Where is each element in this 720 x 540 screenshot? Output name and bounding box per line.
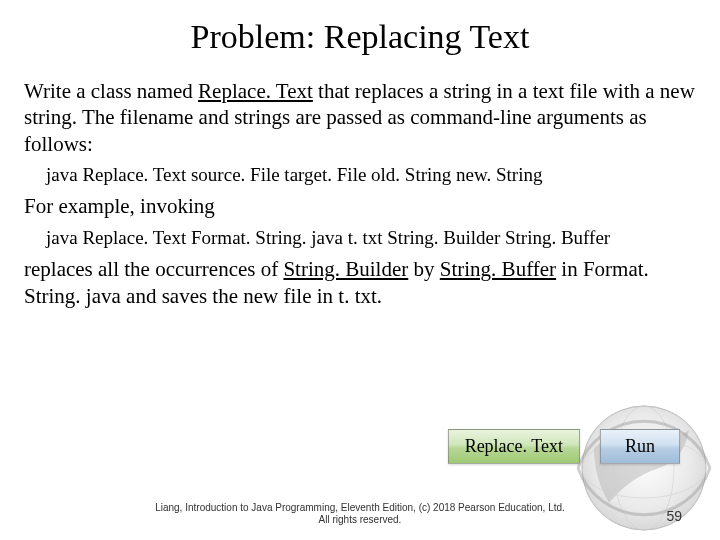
code-usage: java Replace. Text source. File target. … bbox=[46, 163, 696, 188]
run-button[interactable]: Run bbox=[600, 429, 680, 464]
slide-title: Problem: Replacing Text bbox=[24, 18, 696, 56]
paragraph-1: Write a class named Replace. Text that r… bbox=[24, 78, 696, 157]
footer-line-2: All rights reserved. bbox=[0, 514, 720, 526]
code-example: java Replace. Text Format. String. java … bbox=[46, 226, 696, 251]
para3-mid: by bbox=[408, 257, 440, 281]
stringbuilder-underline: String. Builder bbox=[283, 257, 408, 281]
stringbuffer-underline: String. Buffer bbox=[440, 257, 556, 281]
paragraph-2: For example, invoking bbox=[24, 193, 696, 219]
slide: Problem: Replacing Text Write a class na… bbox=[0, 0, 720, 540]
replace-text-button[interactable]: Replace. Text bbox=[448, 429, 580, 464]
para1-pre: Write a class named bbox=[24, 79, 198, 103]
paragraph-3: replaces all the occurrences of String. … bbox=[24, 256, 696, 309]
page-number: 59 bbox=[666, 508, 682, 524]
class-name-underline: Replace. Text bbox=[198, 79, 313, 103]
para3-pre: replaces all the occurrences of bbox=[24, 257, 283, 281]
button-row: Replace. Text Run bbox=[448, 429, 680, 464]
footer-line-1: Liang, Introduction to Java Programming,… bbox=[0, 502, 720, 514]
footer: Liang, Introduction to Java Programming,… bbox=[0, 502, 720, 526]
